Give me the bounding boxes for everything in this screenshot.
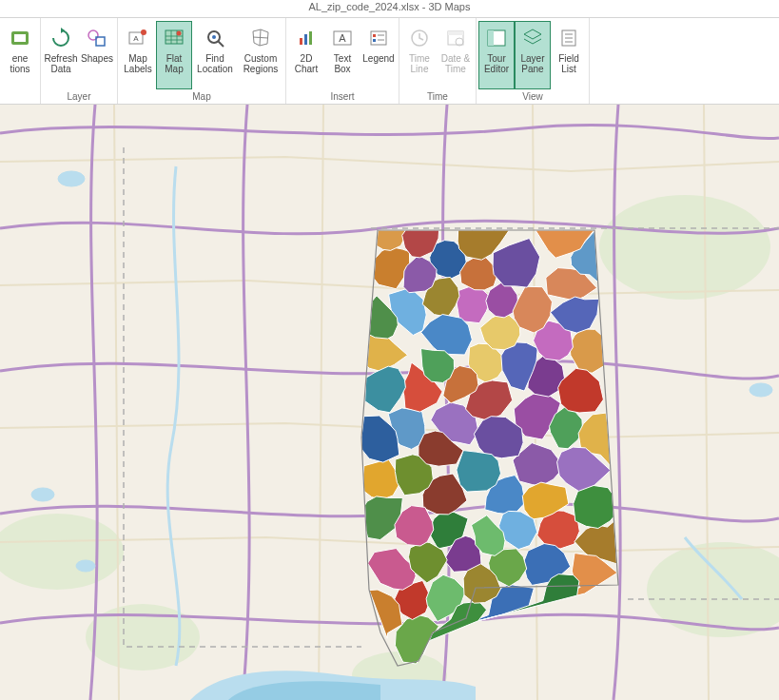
ribbon-group: 2D ChartAText BoxLegendInsert [286, 18, 399, 104]
button-label: Layer Pane [520, 53, 544, 74]
shapes-button[interactable]: Shapes [79, 21, 115, 89]
svg-point-41 [750, 383, 772, 397]
button-label: Date & Time [441, 53, 471, 74]
button-label: ene tions [10, 53, 29, 74]
svg-rect-18 [373, 34, 376, 37]
map-labels-button[interactable]: AMap Labels [120, 21, 156, 89]
toureditor-icon [483, 25, 510, 51]
timeline-icon [406, 25, 433, 51]
svg-point-39 [31, 488, 54, 501]
region-cell[interactable] [457, 451, 501, 492]
custom-regions-button[interactable]: Custom Regions [238, 21, 283, 89]
map-svg [0, 105, 779, 700]
group-label: Time [401, 89, 474, 103]
ribbon-toolbar: ene tionsRefresh DataShapesLayerAMap Lab… [0, 17, 779, 105]
ribbon-group: ene tions [0, 18, 41, 104]
fieldlist-icon [555, 25, 582, 51]
ribbon-group: AMap LabelsFlat MapFind LocationCustom R… [118, 18, 286, 104]
svg-point-8 [177, 31, 182, 36]
svg-point-38 [58, 171, 85, 186]
svg-point-11 [212, 35, 216, 39]
svg-text:A: A [339, 32, 346, 44]
text-box-button[interactable]: AText Box [324, 21, 360, 89]
ribbon-group: Refresh DataShapesLayer [41, 18, 118, 104]
findloc-icon [202, 25, 228, 51]
flat-map-button[interactable]: Flat Map [156, 21, 192, 89]
button-label: Map Labels [124, 53, 151, 74]
time-line-button: Time Line [401, 21, 438, 89]
button-label: Shapes [81, 53, 113, 64]
group-label: Layer [43, 89, 115, 103]
button-label: Text Box [334, 53, 351, 74]
tour-editor-button[interactable]: Tour Editor [478, 21, 515, 89]
button-label: Field List [558, 53, 579, 74]
scene-icon [7, 25, 33, 51]
layer-pane-button[interactable]: Layer Pane [515, 21, 551, 89]
find-location-button[interactable]: Find Location [192, 21, 238, 89]
region-cell[interactable] [574, 485, 614, 529]
refresh-icon [48, 25, 74, 51]
svg-rect-1 [14, 34, 26, 42]
svg-rect-13 [304, 34, 307, 45]
button-label: 2D Chart [295, 53, 318, 74]
svg-rect-19 [373, 39, 376, 42]
button-label: Refresh Data [45, 53, 78, 74]
group-label: Map [120, 89, 283, 103]
button-label: Custom Regions [243, 53, 279, 74]
button-label: Flat Map [165, 53, 183, 74]
window-title: AL_zip_code_2024.xlsx - 3D Maps [0, 0, 779, 17]
group-label: View [478, 89, 587, 103]
svg-rect-27 [488, 30, 494, 46]
ribbon-group: Tour EditorLayer PaneField ListView [477, 18, 590, 104]
svg-point-40 [76, 560, 95, 572]
svg-point-34 [599, 195, 770, 300]
svg-text:A: A [133, 34, 139, 43]
button-label: Legend [362, 53, 394, 64]
legend-button[interactable]: Legend [360, 21, 397, 89]
shapes-icon [84, 25, 110, 51]
svg-rect-14 [309, 31, 312, 45]
textbox-icon: A [329, 25, 356, 51]
date-time-button: Date & Time [438, 21, 474, 89]
svg-rect-12 [300, 38, 302, 45]
map-canvas[interactable] [0, 105, 779, 700]
field-list-button[interactable]: Field List [551, 21, 587, 89]
refresh-data-button[interactable]: Refresh Data [43, 21, 79, 89]
svg-rect-24 [448, 31, 463, 35]
2d-chart-button[interactable]: 2D Chart [288, 21, 324, 89]
group-label [2, 89, 38, 103]
svg-rect-17 [371, 31, 386, 45]
flatmap-icon [161, 25, 187, 51]
regions-icon [247, 25, 274, 51]
group-label: Insert [288, 89, 397, 103]
datetime-icon [442, 25, 469, 51]
ribbon-group: Time LineDate & TimeTime [399, 18, 477, 104]
button-label: Find Location [197, 53, 233, 74]
legend-icon [365, 25, 392, 51]
svg-line-10 [218, 41, 224, 47]
scene-options-button[interactable]: ene tions [2, 21, 38, 89]
layerpane-icon [519, 25, 546, 51]
chart2d-icon [293, 25, 320, 51]
svg-point-6 [141, 29, 146, 35]
button-label: Time Line [409, 53, 430, 74]
maplabels-icon: A [125, 25, 151, 51]
button-label: Tour Editor [484, 53, 509, 74]
